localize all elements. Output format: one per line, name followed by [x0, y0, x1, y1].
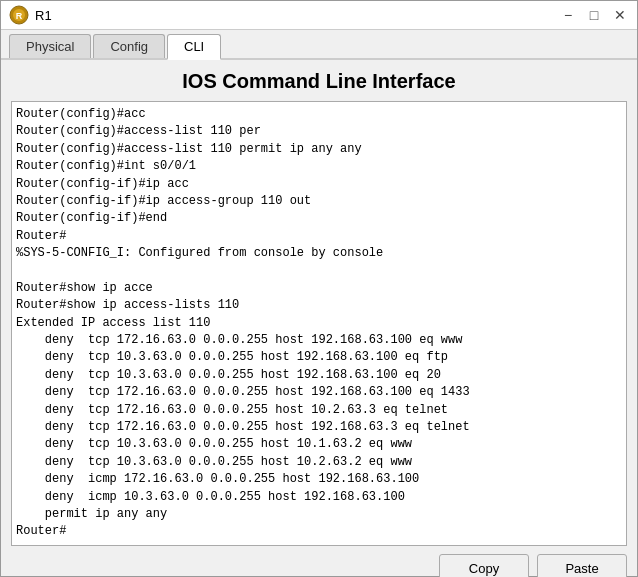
- window-title: R1: [35, 8, 52, 23]
- tab-physical[interactable]: Physical: [9, 34, 91, 58]
- copy-button[interactable]: Copy: [439, 554, 529, 577]
- page-title: IOS Command Line Interface: [1, 60, 637, 101]
- paste-button[interactable]: Paste: [537, 554, 627, 577]
- app-icon: R: [9, 5, 29, 25]
- terminal-output[interactable]: Router(config)#acc Router(config)#access…: [11, 101, 627, 546]
- window-controls: − □ ✕: [559, 6, 629, 24]
- svg-text:R: R: [16, 11, 23, 21]
- tab-config[interactable]: Config: [93, 34, 165, 58]
- cli-container: Router(config)#acc Router(config)#access…: [1, 101, 637, 577]
- tab-cli[interactable]: CLI: [167, 34, 221, 60]
- maximize-button[interactable]: □: [585, 6, 603, 24]
- close-button[interactable]: ✕: [611, 6, 629, 24]
- main-window: R R1 − □ ✕ Physical Config CLI IOS Comma…: [0, 0, 638, 577]
- minimize-button[interactable]: −: [559, 6, 577, 24]
- button-bar: Copy Paste: [11, 546, 627, 577]
- tab-bar: Physical Config CLI: [1, 30, 637, 60]
- title-bar-left: R R1: [9, 5, 52, 25]
- title-bar: R R1 − □ ✕: [1, 1, 637, 30]
